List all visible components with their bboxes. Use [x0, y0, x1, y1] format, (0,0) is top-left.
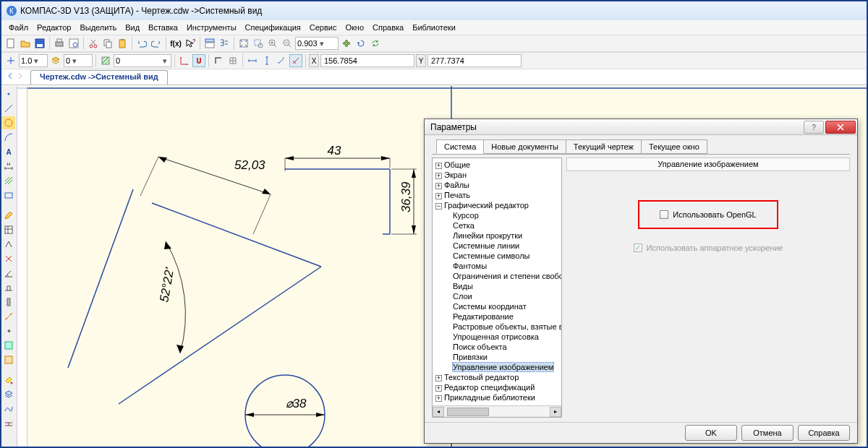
- dim-v-icon[interactable]: [260, 54, 273, 67]
- coord-x-field[interactable]: 156.7854: [320, 54, 414, 67]
- menu-tools[interactable]: Инструменты: [184, 22, 239, 33]
- rotate-icon[interactable]: [354, 37, 367, 50]
- tree-item[interactable]: Курсор: [444, 210, 560, 220]
- help-button[interactable]: Справка: [798, 425, 850, 441]
- vt-view-icon[interactable]: [2, 339, 15, 352]
- vt-line-icon[interactable]: [2, 102, 15, 115]
- document-tab[interactable]: Чертеж.cdw ->Системный вид: [30, 70, 168, 85]
- menu-window[interactable]: Окно: [342, 22, 367, 33]
- copy-icon[interactable]: [101, 37, 114, 50]
- collapse-icon[interactable]: −: [435, 203, 442, 210]
- layer-combo[interactable]: 0▾: [64, 54, 93, 67]
- vt-rect-icon[interactable]: [2, 189, 15, 202]
- menu-file[interactable]: Файл: [6, 22, 31, 33]
- save-icon[interactable]: [33, 37, 46, 50]
- options-tree[interactable]: +Общие+Экран+Файлы+Печать−Графический ре…: [432, 158, 562, 418]
- dialog-help-button[interactable]: ?: [804, 121, 824, 134]
- redo-icon[interactable]: [150, 37, 163, 50]
- vt-layers2-icon[interactable]: [2, 388, 15, 401]
- tab-curdraw[interactable]: Текущий чертеж: [566, 139, 642, 154]
- dim-h-icon[interactable]: [246, 54, 259, 67]
- vt-edit-icon[interactable]: [2, 209, 15, 222]
- menu-select[interactable]: Выделить: [77, 22, 119, 33]
- refresh-icon[interactable]: [369, 37, 382, 50]
- coord-mode-icon[interactable]: [289, 54, 302, 67]
- menu-insert[interactable]: Вставка: [145, 22, 181, 33]
- tree-item[interactable]: +Текстовый редактор: [435, 372, 560, 382]
- vt-spline-icon[interactable]: [2, 402, 15, 415]
- fit-icon[interactable]: [237, 37, 250, 50]
- properties-icon[interactable]: [203, 37, 216, 50]
- zoom-combo[interactable]: 0.903▾: [295, 37, 339, 50]
- tree-item[interactable]: Ограничения и степени свободы: [444, 271, 560, 281]
- ok-button[interactable]: OK: [685, 425, 737, 441]
- zoom-window-icon[interactable]: [252, 37, 265, 50]
- tab-curwin[interactable]: Текущее окно: [641, 139, 707, 154]
- tree-item[interactable]: Слои: [444, 291, 560, 301]
- expand-icon[interactable]: +: [435, 375, 442, 382]
- vt-roughness-icon[interactable]: [2, 238, 15, 251]
- expand-icon[interactable]: +: [435, 163, 442, 169]
- tree-item[interactable]: +Экран: [435, 170, 560, 180]
- checkbox-opengl[interactable]: [660, 210, 668, 219]
- expand-icon[interactable]: +: [435, 183, 442, 189]
- coord-y-field[interactable]: 277.7374: [427, 54, 522, 67]
- anchor-icon[interactable]: [4, 54, 17, 67]
- cut-icon[interactable]: [87, 37, 100, 50]
- tree-item[interactable]: +Общие: [435, 160, 560, 170]
- menu-service[interactable]: Сервис: [307, 22, 340, 33]
- print-icon[interactable]: [53, 37, 66, 50]
- vt-circle-icon[interactable]: [2, 116, 15, 129]
- menu-help[interactable]: Справка: [370, 22, 407, 33]
- hatch-combo[interactable]: 0▾: [114, 54, 171, 67]
- fx-icon[interactable]: f(x): [169, 37, 182, 50]
- tree-item[interactable]: Поиск объекта: [444, 342, 560, 352]
- tab-scroll[interactable]: [6, 72, 25, 80]
- tree-item[interactable]: +Файлы: [435, 180, 560, 190]
- tree-item[interactable]: −Графический редактор: [435, 200, 560, 210]
- tree-item[interactable]: Фантомы: [444, 261, 560, 271]
- dim-align-icon[interactable]: [275, 54, 288, 67]
- zoom-in-icon[interactable]: [266, 37, 279, 50]
- tree-item[interactable]: Системы координат: [444, 301, 560, 311]
- vt-table-icon[interactable]: [2, 223, 15, 236]
- tree-item[interactable]: Системные символы: [444, 251, 560, 261]
- menu-spec[interactable]: Спецификация: [242, 22, 304, 33]
- vt-tol-icon[interactable]: ⌖: [2, 324, 15, 337]
- vt-offset-icon[interactable]: [2, 417, 15, 430]
- vt-bolt-icon[interactable]: [2, 296, 15, 309]
- tree-h-scrollbar[interactable]: ◂▸: [433, 405, 561, 417]
- menu-editor[interactable]: Редактор: [34, 22, 74, 33]
- new-icon[interactable]: [4, 37, 17, 50]
- vt-weld-icon[interactable]: [2, 281, 15, 294]
- vt-dim-icon[interactable]: H: [2, 160, 15, 173]
- undo-icon[interactable]: [135, 37, 148, 50]
- ortho-icon[interactable]: [212, 54, 225, 67]
- tab-newdocs[interactable]: Новые документы: [483, 139, 566, 154]
- cancel-button[interactable]: Отмена: [741, 425, 793, 441]
- vt-measure-icon[interactable]: [2, 310, 15, 323]
- tree-item[interactable]: Линейки прокрутки: [444, 231, 560, 241]
- vt-x-icon[interactable]: [2, 252, 15, 265]
- tree-icon[interactable]: [218, 37, 231, 50]
- menu-libs[interactable]: Библиотеки: [409, 22, 459, 33]
- expand-icon[interactable]: +: [435, 193, 442, 199]
- paste-icon[interactable]: [116, 37, 129, 50]
- zoom-out-icon[interactable]: [281, 37, 294, 50]
- hatch-icon[interactable]: [99, 54, 112, 67]
- tab-system[interactable]: Система: [436, 139, 484, 154]
- tree-item[interactable]: Управление изображением: [444, 362, 560, 372]
- help-cursor-icon[interactable]: ?: [184, 37, 197, 50]
- expand-icon[interactable]: +: [435, 385, 442, 392]
- vt-paint-icon[interactable]: [2, 374, 15, 387]
- dialog-titlebar[interactable]: Параметры ?: [425, 119, 857, 135]
- vt-point-icon[interactable]: [2, 87, 15, 100]
- open-icon[interactable]: [19, 37, 32, 50]
- vt-block-icon[interactable]: [2, 353, 15, 366]
- preview-icon[interactable]: [67, 37, 80, 50]
- pan-icon[interactable]: [340, 37, 353, 50]
- tree-item[interactable]: Системные линии: [444, 241, 560, 251]
- grid-icon[interactable]: [226, 54, 239, 67]
- tree-item[interactable]: +Редактор спецификаций: [435, 382, 560, 392]
- tree-item[interactable]: Виды: [444, 281, 560, 291]
